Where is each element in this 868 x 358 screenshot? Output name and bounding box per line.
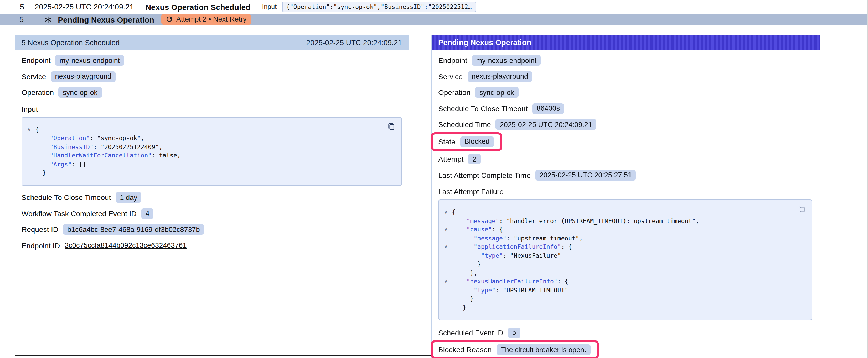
blocked-reason-row: Blocked Reason The circuit breaker is op… [438,340,820,358]
collapse-chevron-icon[interactable]: ∨ [444,277,452,286]
pending-event-id-link[interactable]: 5 [20,15,24,24]
field-row: Scheduled Event ID 5 [438,327,820,338]
field-label: State [438,137,455,146]
workflow-event-history-page: 5 2025-02-25 UTC 20:24:09.21 Nexus Opera… [0,0,868,358]
event-detail-panel: 5 Nexus Operation Scheduled 2025-02-25 U… [15,35,409,356]
event-detail-header-timestamp: 2025-02-25 UTC 20:24:09.21 [306,38,402,46]
event-row-pending-nexus-operation[interactable]: 5 Pending Nexus Operation Attempt 2 • Ne… [0,14,867,25]
field-row: Last Attempt Complete Time 2025-02-25 UT… [438,169,820,181]
code-gutter [27,160,35,168]
field-row: Schedule To Close Timeout 86400s [438,103,820,114]
event-detail-header-title: 5 Nexus Operation Scheduled [22,38,120,46]
field-value-badge: sync-op-ok [475,87,518,98]
code-line: }, [444,268,791,277]
code-gutter [27,168,35,177]
code-line: "HandlerWaitForCancellation": false, [27,151,380,160]
blocked-reason-badge: The circuit breaker is open. [497,344,591,355]
event-row-nexus-operation-scheduled[interactable]: 5 2025-02-25 UTC 20:24:09.21 Nexus Opera… [0,0,867,14]
input-json-viewer: ∨{ "Operation": "sync-op-ok", "BusinessI… [22,117,402,186]
code-line: } [444,260,791,268]
field-label: Scheduled Event ID [438,328,503,337]
code-line: "message": "upstream timeout", [444,234,791,242]
field-value-badge: 2025-02-25 UTC 20:24:09.21 [496,119,596,130]
code-line: } [444,294,791,303]
copy-icon[interactable] [387,122,396,131]
field-label: Request ID [22,225,58,234]
field-row: Scheduled Time 2025-02-25 UTC 20:24:09.2… [438,119,820,130]
field-label: Endpoint ID [22,241,60,250]
state-value-badge: Blocked [460,136,494,147]
field-label: Scheduled Time [438,120,491,129]
field-row: Schedule To Close Timeout 1 day [22,192,409,203]
copy-icon[interactable] [798,205,806,214]
retry-icon [166,16,173,23]
field-label: Operation [22,88,54,97]
field-value-badge: 4 [141,208,154,219]
code-line: "type": "NexusFailure" [444,251,791,260]
field-value-badge: 2025-02-25 UTC 20:25:27.51 [535,170,636,180]
field-value-badge: b1c6a4bc-8ee7-468a-9169-df3b02c8737b [63,224,204,235]
field-value-badge: 2 [468,154,481,164]
event-input-preview-chip[interactable]: {"Operation":"sync-op-ok","BusinessID":"… [282,2,476,12]
pending-operation-panel: Pending Nexus Operation Endpoint my-nexu… [431,35,820,358]
field-label: Endpoint [438,56,467,65]
pending-event-title: Pending Nexus Operation [58,15,154,24]
pending-asterisk-icon [45,16,52,23]
code-gutter [444,286,452,294]
code-gutter [27,151,35,160]
code-line: ∨{ [27,125,380,134]
field-value-badge: sync-op-ok [59,87,102,98]
event-id-link[interactable]: 5 [20,3,24,11]
code-line: "Operation": "sync-op-ok", [27,134,380,142]
code-gutter [27,134,35,142]
state-row: State Blocked [438,132,820,151]
retry-badge-label: Attempt 2 • Next Retry [176,15,247,23]
field-value-badge: 1 day [116,192,141,203]
field-row: Request ID b1c6a4bc-8ee7-468a-9169-df3b0… [22,224,409,235]
code-gutter [444,217,452,225]
field-label: Operation [438,88,470,97]
event-title: Nexus Operation Scheduled [145,2,250,11]
code-line: } [27,168,380,177]
panel-bottom-border [15,355,431,356]
collapse-chevron-icon[interactable]: ∨ [27,125,35,134]
code-gutter [444,260,452,268]
field-row: Endpoint my-nexus-endpoint [22,55,409,66]
field-value-badge: 86400s [532,103,564,113]
scale-wrapper: 5 2025-02-25 UTC 20:24:09.21 Nexus Opera… [0,0,868,358]
field-label: Workflow Task Completed Event ID [22,209,136,218]
failure-section-label: Last Attempt Failure [438,187,820,196]
collapse-chevron-icon[interactable]: ∨ [444,225,452,234]
collapse-chevron-icon[interactable]: ∨ [444,242,452,251]
field-row: Operation sync-op-ok [22,87,409,98]
code-line: } [444,303,791,312]
field-value-badge: 5 [508,327,521,338]
field-label: Service [438,72,463,80]
endpoint-id-link[interactable]: 3c0c75ccfa8144b092c13ce632463761 [65,241,187,249]
field-row: Service nexus-playground [438,71,820,82]
field-row: Workflow Task Completed Event ID 4 [22,208,409,219]
event-timestamp: 2025-02-25 UTC 20:24:09.21 [35,3,134,11]
code-gutter [444,268,452,277]
code-line: ∨ "applicationFailureInfo": { [444,242,791,251]
field-label: Service [22,72,46,80]
pending-operation-header-title: Pending Nexus Operation [438,38,531,46]
code-line: "message": "handler error (UPSTREAM_TIME… [444,217,791,225]
field-value-badge: my-nexus-endpoint [56,55,124,66]
endpoint-id-row: Endpoint ID 3c0c75ccfa8144b092c13ce63246… [22,240,409,251]
code-line: "BusinessID": "20250225122409", [27,142,380,151]
field-label: Schedule To Close Timeout [22,193,111,202]
pending-operation-header: Pending Nexus Operation [432,35,820,50]
field-value-badge: my-nexus-endpoint [472,55,541,66]
code-line: "type": "UPSTREAM_TIMEOUT" [444,286,791,294]
field-value-badge: nexus-playground [51,71,116,82]
code-line: "Args": [] [27,160,380,168]
code-gutter [444,234,452,242]
blocked-reason-highlight-annotation: Blocked Reason The circuit breaker is op… [431,340,599,358]
field-row: Attempt 2 [438,154,820,165]
code-line: ∨ "nexusHandlerFailureInfo": { [444,277,791,286]
field-label: Last Attempt Complete Time [438,171,531,179]
collapse-chevron-icon[interactable]: ∨ [444,208,452,217]
state-highlight-annotation: State Blocked [431,132,502,151]
field-label: Endpoint [22,56,51,65]
